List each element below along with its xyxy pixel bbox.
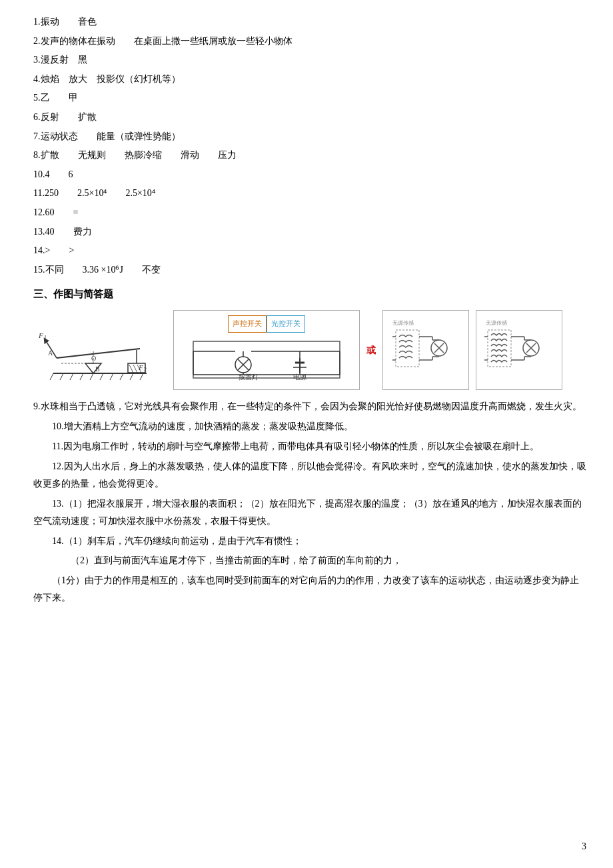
answer-item-10: 10.4 6	[33, 166, 586, 184]
answer-item-12: 12.60 =	[33, 204, 586, 222]
svg-rect-28	[193, 341, 340, 378]
svg-line-21	[129, 365, 133, 373]
transformer-diagram-1: 无源传感	[382, 310, 469, 390]
svg-text:无源传感: 无源传感	[486, 320, 507, 326]
answer-15-text: 15.不同 3.36 ×10⁶J 不变	[33, 265, 161, 275]
answer-7-text: 7.运动状态 能量（或弹性势能）	[33, 131, 181, 141]
explanation-14-2: （2）直到与前面汽车追尾才停下，当撞击前面的车时，给了前面的车向前的力，	[33, 552, 586, 569]
answer-11-text: 11.250 2.5×10⁴ 2.5×10⁴	[33, 188, 155, 198]
diagram-area: O A B F 1	[33, 310, 586, 390]
explanation-13: 13.（1）把湿衣服展开，增大湿衣服的表面积；（2）放在阳光下，提高湿衣服的温度…	[33, 495, 586, 530]
page-number: 3	[582, 838, 586, 855]
answer-item-13: 13.40 费力	[33, 223, 586, 241]
svg-text:2: 2	[144, 367, 147, 373]
explanation-14-3: （1分）由于力的作用是相互的，该车也同时受到前面车的对它向后的力的作用，力改变了…	[33, 572, 586, 607]
svg-line-5	[90, 373, 93, 380]
svg-text:F: F	[138, 363, 143, 371]
answer-5-text: 5.乙 甲	[33, 93, 78, 103]
svg-text:1: 1	[44, 335, 47, 341]
or-label: 或	[366, 342, 376, 359]
answer-3-text: 3.漫反射 黑	[33, 55, 87, 65]
explanation-12: 12.因为人出水后，身上的水蒸发吸热，使人体的温度下降，所以他会觉得冷。有风吹来…	[33, 458, 586, 493]
answer-item-11: 11.250 2.5×10⁴ 2.5×10⁴	[33, 185, 586, 203]
svg-text:A: A	[48, 349, 53, 357]
answer-item-2: 2.发声的物体在振动 在桌面上撒一些纸屑或放一些轻小物体	[33, 33, 586, 51]
answer-6-text: 6.反射 扩散	[33, 112, 97, 122]
answer-item-1: 1.振动 音色	[33, 13, 586, 31]
circuit-diagram: 声控开关 光控开关	[173, 310, 360, 390]
answer-item-5: 5.乙 甲	[33, 89, 586, 107]
explanation-11: 11.因为电扇工作时，转动的扇叶与空气摩擦带上电荷，而带电体具有吸引轻小物体的性…	[33, 438, 586, 455]
svg-line-3	[70, 373, 73, 380]
answer-8-text: 8.扩散 无规则 热膨冷缩 滑动 压力	[33, 150, 237, 160]
svg-text:F: F	[38, 331, 43, 339]
transformer-diagram-2: 无源传感	[476, 310, 562, 390]
answer-item-4: 4.烛焰 放大 投影仪（幻灯机等）	[33, 71, 586, 89]
answer-2-text: 2.发声的物体在振动 在桌面上撒一些纸屑或放一些轻小物体	[33, 36, 293, 46]
svg-line-10	[140, 373, 143, 380]
answer-1-text: 1.振动 音色	[33, 17, 97, 27]
explanation-section: 9.水珠相当于凸透镜，它对光线具有会聚作用，在一些特定的条件下，会因为会聚的阳光…	[33, 398, 586, 607]
explanation-10: 10.增大酒精上方空气流动的速度，加快酒精的蒸发；蒸发吸热温度降低。	[33, 418, 586, 435]
lever-diagram: O A B F 1	[33, 310, 167, 390]
answer-list: 1.振动 音色 2.发声的物体在振动 在桌面上撒一些纸屑或放一些轻小物体 3.漫…	[33, 13, 586, 279]
answer-item-8: 8.扩散 无规则 热膨冷缩 滑动 压力	[33, 147, 586, 165]
svg-line-22	[133, 365, 137, 373]
svg-line-6	[100, 373, 103, 380]
explanation-9: 9.水珠相当于凸透镜，它对光线具有会聚作用，在一些特定的条件下，会因为会聚的阳光…	[33, 398, 586, 415]
answer-12-text: 12.60 =	[33, 207, 78, 217]
circuit-switches: 声控开关 光控开关	[228, 315, 305, 333]
lever-svg: O A B F 1	[33, 310, 167, 390]
answer-item-6: 6.反射 扩散	[33, 109, 586, 127]
section-title: 三、作图与简答题	[33, 285, 586, 303]
circuit-svg: 按置灯 电源	[187, 338, 346, 385]
answer-13-text: 13.40 费力	[33, 227, 92, 237]
answer-item-15: 15.不同 3.36 ×10⁶J 不变	[33, 261, 586, 279]
svg-line-7	[110, 373, 113, 380]
svg-line-2	[60, 373, 63, 380]
svg-line-12	[57, 349, 140, 358]
svg-text:B: B	[95, 365, 100, 373]
light-switch: 光控开关	[267, 315, 305, 333]
svg-line-8	[120, 373, 123, 380]
answer-item-3: 3.漫反射 黑	[33, 51, 586, 69]
transformer-svg-2: 无源传感	[482, 317, 556, 383]
answer-item-7: 7.运动状态 能量（或弹性势能）	[33, 128, 586, 146]
answer-14-text: 14.> >	[33, 245, 74, 255]
answer-4-text: 4.烛焰 放大 投影仪（幻灯机等）	[33, 74, 181, 84]
svg-line-1	[50, 373, 53, 380]
page-number-text: 3	[582, 841, 586, 851]
svg-text:O: O	[91, 355, 96, 362]
content-area: 1.振动 音色 2.发声的物体在振动 在桌面上撒一些纸屑或放一些轻小物体 3.漫…	[33, 13, 586, 607]
sound-switch: 声控开关	[228, 315, 267, 333]
explanation-14-1: 14.（1）刹车后，汽车仍继续向前运动，是由于汽车有惯性；	[33, 533, 586, 550]
svg-line-4	[80, 373, 83, 380]
svg-text:无源传感: 无源传感	[392, 320, 414, 326]
transformer-svg-1: 无源传感	[389, 317, 462, 383]
answer-10-text: 10.4 6	[33, 169, 73, 179]
answer-item-14: 14.> >	[33, 242, 586, 260]
svg-line-9	[130, 373, 133, 380]
